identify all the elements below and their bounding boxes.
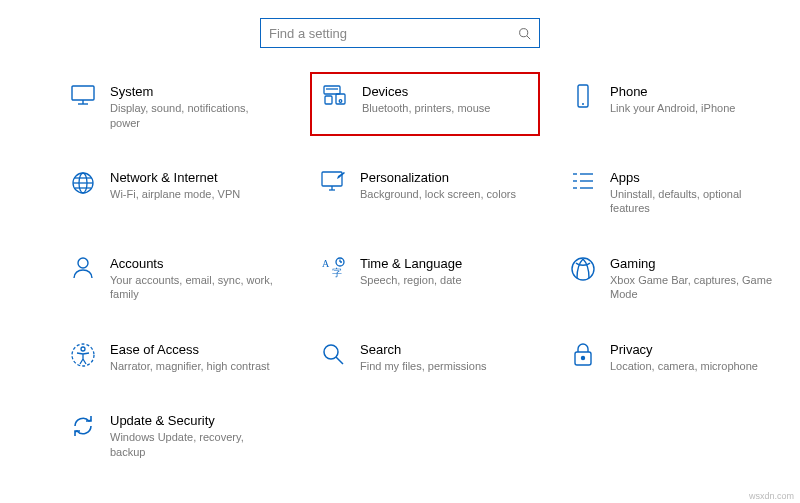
svg-point-35 [324, 345, 338, 359]
svg-point-38 [582, 356, 585, 359]
tile-gaming[interactable]: Gaming Xbox Game Bar, captures, Game Mod… [560, 250, 790, 308]
ease-of-access-icon [66, 342, 100, 370]
tile-desc: Uninstall, defaults, optional features [610, 187, 778, 216]
tile-desc: Location, camera, microphone [610, 359, 758, 373]
tile-desc: Speech, region, date [360, 273, 462, 287]
tile-title: System [110, 84, 278, 100]
tile-accounts[interactable]: Accounts Your accounts, email, sync, wor… [60, 250, 290, 308]
accounts-icon [66, 256, 100, 284]
personalization-icon [316, 170, 350, 198]
svg-rect-9 [325, 96, 332, 104]
tile-title: Privacy [610, 342, 758, 358]
tile-desc: Link your Android, iPhone [610, 101, 735, 115]
phone-icon [566, 84, 600, 112]
tile-search[interactable]: Search Find my files, permissions [310, 336, 540, 380]
tile-desc: Xbox Game Bar, captures, Game Mode [610, 273, 778, 302]
tile-update-security[interactable]: Update & Security Windows Update, recove… [60, 407, 290, 465]
tile-title: Phone [610, 84, 735, 100]
privacy-icon [566, 342, 600, 370]
apps-icon [566, 170, 600, 198]
svg-point-26 [78, 258, 88, 268]
tile-desc: Your accounts, email, sync, work, family [110, 273, 278, 302]
tile-desc: Find my files, permissions [360, 359, 487, 373]
svg-point-32 [572, 258, 594, 280]
gaming-icon [566, 256, 600, 284]
svg-point-34 [81, 347, 85, 351]
search-icon [518, 27, 531, 40]
tile-time-language[interactable]: A 字 Time & Language Speech, region, date [310, 250, 540, 308]
tile-personalization[interactable]: Personalization Background, lock screen,… [310, 164, 540, 222]
svg-point-8 [339, 100, 342, 103]
search-input[interactable] [269, 26, 518, 41]
tile-desc: Background, lock screen, colors [360, 187, 516, 201]
tile-network[interactable]: Network & Internet Wi-Fi, airplane mode,… [60, 164, 290, 222]
tile-title: Network & Internet [110, 170, 240, 186]
svg-text:A: A [322, 258, 330, 269]
search-box[interactable] [260, 18, 540, 48]
tile-desc: Bluetooth, printers, mouse [362, 101, 490, 115]
svg-line-1 [527, 35, 530, 38]
tile-title: Apps [610, 170, 778, 186]
tile-phone[interactable]: Phone Link your Android, iPhone [560, 78, 790, 136]
tile-title: Personalization [360, 170, 516, 186]
svg-rect-17 [322, 172, 342, 186]
tile-title: Accounts [110, 256, 278, 272]
tile-devices[interactable]: Devices Bluetooth, printers, mouse [310, 72, 540, 136]
time-language-icon: A 字 [316, 256, 350, 284]
svg-rect-5 [324, 86, 340, 94]
system-icon [66, 84, 100, 112]
devices-icon [318, 84, 352, 112]
network-icon [66, 170, 100, 198]
settings-grid: System Display, sound, notifications, po… [0, 78, 800, 465]
tile-privacy[interactable]: Privacy Location, camera, microphone [560, 336, 790, 380]
tile-title: Update & Security [110, 413, 278, 429]
tile-desc: Wi-Fi, airplane mode, VPN [110, 187, 240, 201]
svg-line-36 [336, 357, 343, 364]
svg-rect-2 [72, 86, 94, 100]
tile-desc: Windows Update, recovery, backup [110, 430, 278, 459]
tile-ease-of-access[interactable]: Ease of Access Narrator, magnifier, high… [60, 336, 290, 380]
tile-system[interactable]: System Display, sound, notifications, po… [60, 78, 290, 136]
tile-title: Search [360, 342, 487, 358]
tile-apps[interactable]: Apps Uninstall, defaults, optional featu… [560, 164, 790, 222]
update-security-icon [66, 413, 100, 441]
watermark: wsxdn.com [749, 491, 794, 501]
svg-point-0 [520, 28, 528, 36]
search-tile-icon [316, 342, 350, 370]
svg-text:字: 字 [332, 267, 342, 278]
tile-title: Gaming [610, 256, 778, 272]
tile-desc: Narrator, magnifier, high contrast [110, 359, 270, 373]
tile-title: Time & Language [360, 256, 462, 272]
tile-desc: Display, sound, notifications, power [110, 101, 278, 130]
tile-title: Ease of Access [110, 342, 270, 358]
tile-title: Devices [362, 84, 490, 100]
